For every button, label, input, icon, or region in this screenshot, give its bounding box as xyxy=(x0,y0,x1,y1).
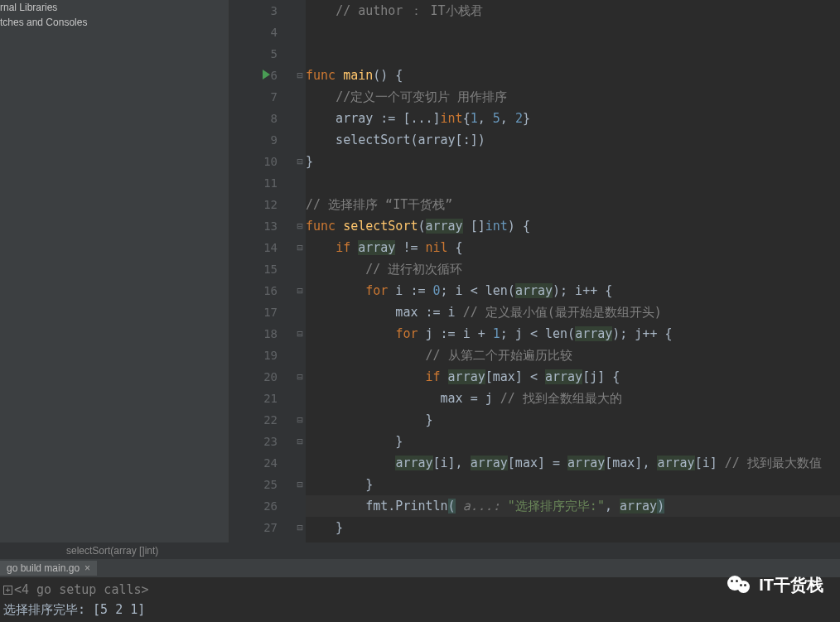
wechat-icon xyxy=(727,572,752,597)
line-number: 7 xyxy=(229,86,278,108)
line-number: 21 xyxy=(229,388,278,409)
fold-marker xyxy=(294,0,306,22)
code-line[interactable]: // 选择排序 “IT干货栈” xyxy=(306,194,840,215)
fold-marker[interactable]: ⊟ xyxy=(294,151,306,172)
line-number: 18 xyxy=(229,323,278,345)
line-number: 10 xyxy=(229,151,278,172)
fold-marker xyxy=(294,172,306,194)
code-line[interactable]: //定义一个可变切片 用作排序 xyxy=(306,86,840,108)
fold-marker xyxy=(294,452,306,474)
line-number: 24 xyxy=(229,452,278,474)
line-number: 27 xyxy=(229,517,278,538)
code-line[interactable]: max = j // 找到全数组最大的 xyxy=(306,388,840,409)
code-line[interactable]: // 从第二个开始遍历比较 xyxy=(306,345,840,366)
fold-marker xyxy=(294,538,306,542)
code-line[interactable]: for j := i + 1; j < len(array); j++ { xyxy=(306,323,840,345)
line-number: 3 xyxy=(229,0,278,22)
fold-marker[interactable]: ⊟ xyxy=(294,366,306,388)
code-line[interactable] xyxy=(306,538,840,542)
project-sidebar: rnal Libraries tches and Consoles xyxy=(0,0,229,542)
code-line[interactable]: // 进行初次循环 xyxy=(306,258,840,280)
line-number: 15 xyxy=(229,258,278,280)
code-line[interactable]: } xyxy=(306,431,840,452)
line-number: 25 xyxy=(229,474,278,495)
fold-marker xyxy=(294,86,306,108)
expand-icon[interactable]: + xyxy=(3,586,12,595)
console-line: 选择排序完毕: [5 2 1] xyxy=(3,600,837,620)
line-number: 23 xyxy=(229,431,278,452)
line-number: 11 xyxy=(229,172,278,194)
code-line[interactable]: } xyxy=(306,151,840,172)
fold-marker xyxy=(294,388,306,409)
code-line[interactable]: max := i // 定义最小值(最开始是数组开头) xyxy=(306,301,840,323)
breadcrumb: selectSort(array []int) xyxy=(0,542,840,559)
fold-marker xyxy=(294,22,306,43)
line-number: 22 xyxy=(229,409,278,431)
line-number: 6 xyxy=(229,65,278,86)
code-line[interactable]: // author ： IT小栈君 xyxy=(306,0,840,22)
fold-marker xyxy=(294,258,306,280)
line-number: 26 xyxy=(229,495,278,517)
line-number-gutter: 3456789101112131415161718192021222324252… xyxy=(229,0,294,542)
code-line[interactable]: } xyxy=(306,409,840,431)
line-number: 17 xyxy=(229,301,278,323)
code-line[interactable]: func main() { xyxy=(306,65,840,86)
line-number: 12 xyxy=(229,194,278,215)
code-line[interactable]: if array != nil { xyxy=(306,237,840,258)
line-number: 28 xyxy=(229,538,278,542)
fold-marker[interactable]: ⊟ xyxy=(294,409,306,431)
console-line: +<4 go setup calls> xyxy=(3,580,837,600)
watermark-text: IT干货栈 xyxy=(759,574,823,596)
run-tab[interactable]: go build main.go × xyxy=(0,561,97,576)
line-number: 9 xyxy=(229,129,278,151)
fold-marker[interactable]: ⊟ xyxy=(294,431,306,452)
code-line[interactable]: } xyxy=(306,517,840,538)
code-line[interactable]: func selectSort(array []int) { xyxy=(306,215,840,237)
sidebar-item-scratches[interactable]: tches and Consoles xyxy=(0,15,229,30)
code-line[interactable]: selectSort(array[:]) xyxy=(306,129,840,151)
watermark: IT干货栈 xyxy=(727,572,823,597)
code-line[interactable] xyxy=(306,172,840,194)
line-number: 4 xyxy=(229,22,278,43)
fold-marker[interactable]: ⊟ xyxy=(294,237,306,258)
code-line[interactable] xyxy=(306,22,840,43)
line-number: 8 xyxy=(229,108,278,129)
fold-marker xyxy=(294,43,306,65)
run-tab-label: go build main.go xyxy=(7,562,80,574)
code-editor[interactable]: // author ： IT小栈君func main() { //定义一个可变切… xyxy=(306,0,840,542)
line-number: 19 xyxy=(229,345,278,366)
bottom-panel: go build main.go × +<4 go setup calls> 选… xyxy=(0,559,840,622)
line-number: 20 xyxy=(229,366,278,388)
run-gutter-icon[interactable] xyxy=(263,70,270,80)
console-output[interactable]: +<4 go setup calls> 选择排序完毕: [5 2 1] xyxy=(0,577,840,622)
fold-marker[interactable]: ⊟ xyxy=(294,280,306,301)
line-number: 5 xyxy=(229,43,278,65)
code-line[interactable]: } xyxy=(306,474,840,495)
fold-marker[interactable]: ⊟ xyxy=(294,65,306,86)
code-line[interactable]: fmt.Println( a...: "选择排序完毕:", array) xyxy=(306,495,840,517)
fold-marker xyxy=(294,345,306,366)
fold-column: ⊟⊟⊟⊟⊟⊟⊟⊟⊟⊟⊟⊟ xyxy=(294,0,306,542)
close-icon[interactable]: × xyxy=(84,562,90,574)
fold-marker xyxy=(294,108,306,129)
fold-marker[interactable]: ⊟ xyxy=(294,323,306,345)
fold-marker xyxy=(294,129,306,151)
run-tab-bar: go build main.go × xyxy=(0,559,840,577)
fold-marker xyxy=(294,194,306,215)
code-line[interactable] xyxy=(306,43,840,65)
code-line[interactable]: array := [...]int{1, 5, 2} xyxy=(306,108,840,129)
code-line[interactable]: for i := 0; i < len(array); i++ { xyxy=(306,280,840,301)
code-line[interactable]: if array[max] < array[j] { xyxy=(306,366,840,388)
fold-marker xyxy=(294,495,306,517)
fold-marker[interactable]: ⊟ xyxy=(294,474,306,495)
line-number: 16 xyxy=(229,280,278,301)
fold-marker[interactable]: ⊟ xyxy=(294,215,306,237)
fold-marker[interactable]: ⊟ xyxy=(294,517,306,538)
code-line[interactable]: array[i], array[max] = array[max], array… xyxy=(306,452,840,474)
line-number: 13 xyxy=(229,215,278,237)
sidebar-item-external-libraries[interactable]: rnal Libraries xyxy=(0,0,229,15)
fold-marker xyxy=(294,301,306,323)
line-number: 14 xyxy=(229,237,278,258)
